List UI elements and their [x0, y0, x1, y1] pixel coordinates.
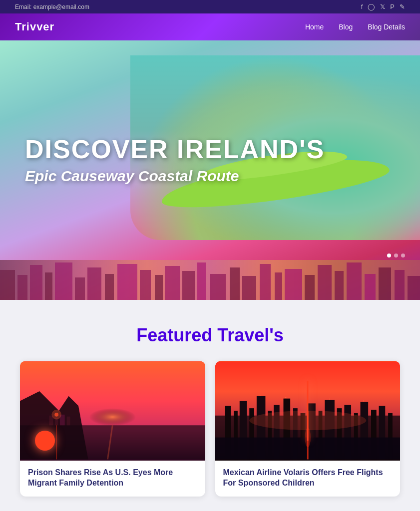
svg-point-68	[329, 399, 330, 400]
nav-blog-details[interactable]: Blog Details	[368, 23, 405, 31]
svg-rect-14	[210, 274, 226, 300]
svg-rect-5	[75, 277, 85, 300]
svg-rect-27	[408, 276, 420, 300]
instagram-icon[interactable]: ◯	[368, 3, 375, 10]
cards-row: Prison Shares Rise As U.S. Eyes More Mig…	[20, 361, 400, 497]
svg-rect-10	[155, 275, 163, 300]
svg-rect-25	[379, 267, 391, 300]
cityscape-svg	[0, 260, 420, 300]
featured-section: Featured Travel's	[0, 300, 420, 511]
email-label: Email: example@email.com	[15, 3, 89, 10]
svg-rect-0	[0, 270, 15, 300]
svg-rect-2	[30, 265, 42, 300]
nav-blog[interactable]: Blog	[339, 23, 353, 31]
svg-rect-24	[365, 274, 376, 300]
svg-rect-8	[117, 264, 137, 300]
svg-rect-6	[87, 267, 101, 300]
navbar: Trivver Home Blog Blog Details	[0, 13, 420, 40]
svg-rect-16	[242, 276, 256, 300]
card-coastal-body: Prison Shares Rise As U.S. Eyes More Mig…	[20, 461, 205, 497]
svg-rect-19	[285, 269, 302, 300]
svg-rect-1	[17, 275, 27, 300]
hero-section: DISCOVER IRELAND'S Epic Causeway Coastal…	[0, 40, 420, 300]
svg-rect-12	[182, 271, 195, 300]
dot-3[interactable]	[401, 254, 405, 257]
svg-rect-17	[260, 264, 271, 300]
hero-subtitle: Epic Causeway Coastal Route	[25, 168, 325, 185]
svg-rect-4	[55, 262, 72, 300]
other-icon[interactable]: ✎	[400, 3, 405, 10]
twitter-icon[interactable]: 𝕏	[380, 3, 385, 10]
svg-rect-11	[165, 266, 180, 300]
card-airline-image	[215, 361, 401, 461]
card-coastal-image	[20, 361, 205, 461]
svg-rect-18	[275, 272, 282, 300]
svg-point-67	[285, 397, 286, 398]
pinterest-icon[interactable]: P	[390, 3, 395, 10]
card-airline-body: Mexican Airline Volaris Offers Free Flig…	[215, 461, 401, 497]
svg-rect-26	[395, 270, 405, 300]
hero-text-block: DISCOVER IRELAND'S Epic Causeway Coastal…	[25, 135, 325, 185]
svg-rect-21	[318, 265, 332, 300]
dot-1[interactable]	[387, 254, 391, 257]
coastal-svg	[20, 361, 205, 461]
nav-links: Home Blog Blog Details	[305, 23, 405, 31]
svg-rect-9	[140, 270, 151, 300]
card-coastal-title: Prison Shares Rise As U.S. Eyes More Mig…	[28, 468, 197, 489]
svg-point-69	[363, 401, 364, 402]
svg-rect-15	[230, 267, 240, 300]
featured-section-title: Featured Travel's	[20, 325, 400, 346]
nav-home[interactable]: Home	[305, 23, 324, 31]
airline-img-bg	[215, 361, 401, 461]
svg-rect-7	[105, 274, 114, 300]
svg-rect-22	[335, 271, 344, 300]
svg-rect-3	[45, 272, 52, 300]
card-airline[interactable]: Mexican Airline Volaris Offers Free Flig…	[215, 361, 401, 497]
hero-slide-dots	[387, 254, 405, 257]
card-coastal[interactable]: Prison Shares Rise As U.S. Eyes More Mig…	[20, 361, 205, 497]
dot-2[interactable]	[394, 254, 398, 257]
hero-title: DISCOVER IRELAND'S	[25, 135, 325, 164]
svg-point-37	[51, 410, 61, 420]
svg-rect-13	[197, 262, 206, 300]
svg-point-64	[305, 428, 311, 447]
svg-rect-20	[305, 275, 315, 300]
svg-rect-23	[347, 262, 362, 300]
facebook-icon[interactable]: f	[361, 3, 363, 10]
hero-cityscape-band	[0, 260, 420, 300]
coastal-img-bg	[20, 361, 205, 461]
social-icons: f ◯ 𝕏 P ✎	[361, 3, 405, 10]
svg-rect-35	[67, 417, 70, 426]
svg-point-66	[259, 395, 260, 396]
brand-logo[interactable]: Trivver	[15, 20, 54, 33]
airline-svg	[215, 361, 401, 461]
card-airline-title: Mexican Airline Volaris Offers Free Flig…	[223, 468, 393, 489]
top-bar: Email: example@email.com f ◯ 𝕏 P ✎	[0, 0, 420, 13]
svg-point-65	[249, 411, 366, 430]
